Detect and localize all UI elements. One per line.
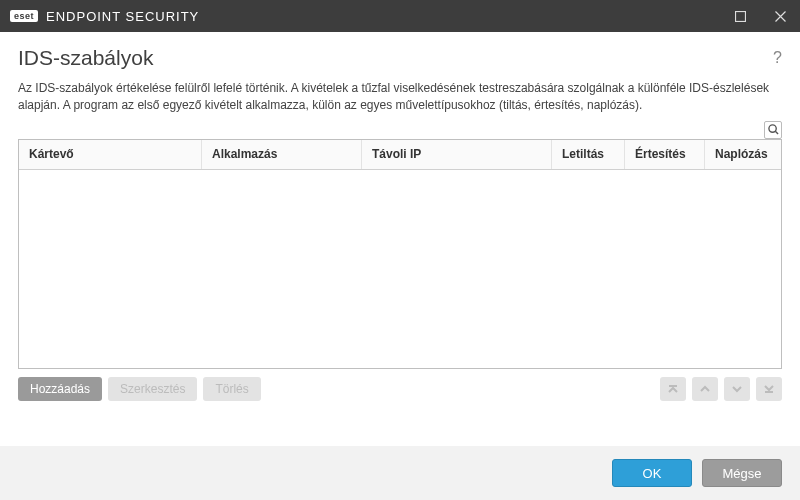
- chevron-down-icon: [730, 382, 744, 396]
- move-bottom-button: [756, 377, 782, 401]
- add-button[interactable]: Hozzáadás: [18, 377, 102, 401]
- table-header: Kártevő Alkalmazás Távoli IP Letiltás Ér…: [19, 140, 781, 170]
- edit-button: Szerkesztés: [108, 377, 197, 401]
- col-notify[interactable]: Értesítés: [625, 140, 705, 169]
- help-icon[interactable]: ?: [773, 49, 782, 67]
- col-block[interactable]: Letiltás: [552, 140, 625, 169]
- cancel-button[interactable]: Mégse: [702, 459, 782, 487]
- window-maximize-button[interactable]: [720, 0, 760, 32]
- page-description: Az IDS-szabályok értékelése felülről lef…: [18, 80, 782, 115]
- footer: OK Mégse: [0, 446, 800, 500]
- chevron-top-icon: [666, 382, 680, 396]
- col-malware[interactable]: Kártevő: [19, 140, 202, 169]
- move-down-button: [724, 377, 750, 401]
- brand-badge: eset: [10, 10, 38, 22]
- move-top-button: [660, 377, 686, 401]
- page-title: IDS-szabályok: [18, 46, 773, 70]
- search-icon: [768, 124, 779, 135]
- toolbar: Hozzáadás Szerkesztés Törlés: [18, 377, 782, 411]
- brand-product: ENDPOINT SECURITY: [46, 9, 199, 24]
- chevron-bottom-icon: [762, 382, 776, 396]
- svg-point-1: [768, 125, 775, 132]
- titlebar: eset ENDPOINT SECURITY: [0, 0, 800, 32]
- window-close-button[interactable]: [760, 0, 800, 32]
- col-remote-ip[interactable]: Távoli IP: [362, 140, 552, 169]
- search-button[interactable]: [764, 121, 782, 139]
- svg-rect-0: [735, 11, 745, 21]
- rules-table: Kártevő Alkalmazás Távoli IP Letiltás Ér…: [18, 139, 782, 369]
- col-app[interactable]: Alkalmazás: [202, 140, 362, 169]
- move-up-button: [692, 377, 718, 401]
- ok-button[interactable]: OK: [612, 459, 692, 487]
- chevron-up-icon: [698, 382, 712, 396]
- delete-button: Törlés: [203, 377, 260, 401]
- col-log[interactable]: Naplózás: [705, 140, 781, 169]
